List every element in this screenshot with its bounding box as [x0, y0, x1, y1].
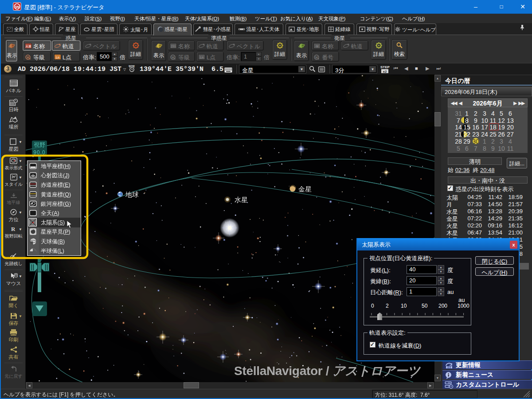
- svg-text:M: M: [27, 56, 29, 59]
- svg-text:SN: SN: [15, 5, 20, 8]
- svg-text:M: M: [172, 56, 174, 59]
- svg-text:火星: 火星: [25, 45, 31, 48]
- svg-text:Ln: Ln: [200, 56, 203, 59]
- svg-text:M: M: [315, 56, 318, 59]
- svg-text:STEP: STEP: [380, 65, 390, 69]
- svg-text:R: R: [11, 226, 16, 232]
- svg-text:Ln: Ln: [56, 56, 59, 59]
- svg-text:NOW: NOW: [129, 65, 135, 67]
- svg-text:ｲｵ: ｲｵ: [316, 45, 319, 48]
- svg-text:ｴﾘｽ: ｴﾘｽ: [171, 45, 176, 48]
- svg-text:x2: x2: [383, 70, 387, 74]
